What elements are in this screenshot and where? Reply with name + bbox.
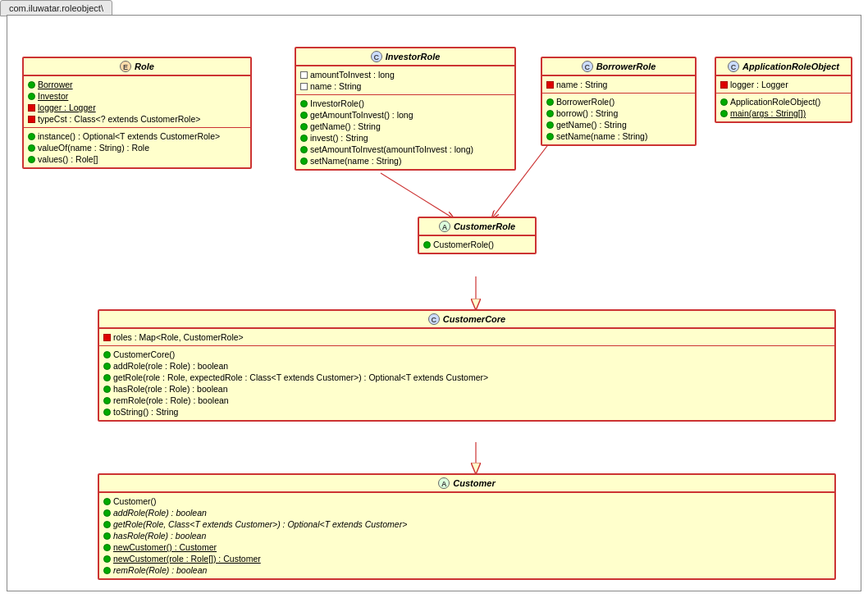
- circle-green-icon: [300, 112, 308, 119]
- typecst-field: typeCst : Class<? extends CustomerRole>: [38, 114, 200, 124]
- role-links: Borrower Investor logger : Logger typeCs…: [24, 75, 250, 127]
- method-text: CustomerCore(): [113, 349, 175, 359]
- cust-method5: newCustomer() : Customer: [103, 541, 830, 553]
- method-text: main(args : String[]): [730, 108, 806, 118]
- ir-method6: setName(name : String): [300, 155, 510, 167]
- canvas: com.iluwatar.roleobject\: [0, 0, 868, 598]
- borrower-link[interactable]: Borrower: [38, 80, 73, 89]
- ir-method2: getAmountToInvest() : long: [300, 109, 510, 121]
- circle-green-icon: [103, 509, 111, 517]
- br-method1: BorrowerRole(): [546, 96, 691, 107]
- circle-green-icon: [300, 135, 308, 142]
- method-text: newCustomer() : Customer: [113, 542, 217, 552]
- circle-green-icon: [546, 133, 554, 140]
- method-text: values() : Role[]: [38, 154, 98, 164]
- tab-label[interactable]: com.iluwatar.roleobject\: [0, 0, 112, 16]
- circle-green-icon: [103, 532, 111, 540]
- customercore-title: CustomerCore: [443, 314, 505, 324]
- aro-method2: main(args : String[]): [720, 107, 847, 119]
- investorrole-header: C InvestorRole: [296, 48, 514, 66]
- cr-method1: CustomerRole(): [423, 239, 531, 250]
- method-text: borrow() : String: [556, 108, 618, 118]
- customerrole-class: A CustomerRole CustomerRole(): [418, 217, 537, 254]
- role-method-values: values() : Role[]: [28, 153, 246, 165]
- cc-method1: CustomerCore(): [103, 349, 830, 360]
- circle-green-icon: [546, 98, 554, 106]
- method-text: ApplicationRoleObject(): [730, 97, 820, 107]
- role-link-borrower: Borrower: [28, 79, 246, 90]
- method-text: setAmountToInvest(amountToInvest : long): [310, 144, 473, 154]
- customer-title: Customer: [453, 478, 495, 488]
- investorrole-title: InvestorRole: [386, 52, 441, 62]
- customer-badge: A: [438, 477, 450, 489]
- role-method-valueof: valueOf(name : String) : Role: [28, 142, 246, 153]
- aro-methods: ApplicationRoleObject() main(args : Stri…: [716, 93, 851, 121]
- circle-green-icon: [546, 110, 554, 117]
- circle-green-icon: [103, 397, 111, 404]
- square-red-icon: [103, 334, 111, 341]
- method-text: InvestorRole(): [310, 98, 364, 108]
- square-red-icon: [28, 116, 35, 123]
- role-link-investor: Investor: [28, 90, 246, 102]
- borrowerrole-badge: C: [582, 61, 593, 72]
- customercore-class: C CustomerCore roles : Map<Role, Custome…: [98, 309, 836, 422]
- field-text: name : String: [310, 81, 361, 91]
- aro-fields: logger : Logger: [716, 75, 851, 93]
- cust-method3: getRole(Role, Class<T extends Customer>)…: [103, 518, 830, 530]
- investorrole-fields: amountToInvest : long name : String: [296, 66, 514, 94]
- br-method3: getName() : String: [546, 119, 691, 130]
- customerrole-methods: CustomerRole(): [419, 235, 535, 253]
- ir-method5: setAmountToInvest(amountToInvest : long): [300, 144, 510, 155]
- customer-header: A Customer: [99, 475, 834, 492]
- square-white-icon: [300, 83, 308, 90]
- circle-green-icon: [103, 555, 111, 563]
- role-title: Role: [135, 62, 154, 71]
- circle-green-icon: [28, 93, 35, 100]
- borrowerrole-class: C BorrowerRole name : String BorrowerRol…: [541, 57, 697, 146]
- ir-method3: getName() : String: [300, 121, 510, 132]
- cust-method7: remRole(Role) : boolean: [103, 564, 830, 576]
- ir-field1: amountToInvest : long: [300, 69, 510, 80]
- method-text: instance() : Optional<T extends Customer…: [38, 131, 220, 141]
- circle-green-icon: [300, 146, 308, 153]
- ir-method1: InvestorRole(): [300, 98, 510, 109]
- method-text: invest() : String: [310, 133, 368, 143]
- field-text: logger : Logger: [730, 80, 788, 89]
- borrowerrole-header: C BorrowerRole: [542, 58, 695, 75]
- role-field-typecst: typeCst : Class<? extends CustomerRole>: [28, 113, 246, 125]
- circle-green-icon: [103, 409, 111, 416]
- method-text: getRole(Role, Class<T extends Customer>)…: [113, 519, 407, 529]
- method-text: remRole(Role) : boolean: [113, 565, 207, 575]
- cust-method2: addRole(Role) : boolean: [103, 507, 830, 518]
- circle-green-icon: [720, 98, 728, 106]
- circle-green-icon: [300, 123, 308, 130]
- aro-title: ApplicationRoleObject: [742, 62, 839, 71]
- method-text: getName() : String: [310, 121, 381, 131]
- method-text: toString() : String: [113, 407, 178, 417]
- square-red-icon: [546, 81, 554, 89]
- role-method-instance: instance() : Optional<T extends Customer…: [28, 130, 246, 142]
- field-text: amountToInvest : long: [310, 70, 395, 80]
- investor-link[interactable]: Investor: [38, 91, 68, 101]
- aro-field1: logger : Logger: [720, 79, 847, 90]
- customer-class: A Customer Customer() addRole(Role) : bo…: [98, 473, 836, 580]
- investorrole-methods: InvestorRole() getAmountToInvest() : lon…: [296, 94, 514, 169]
- borrowerrole-fields: name : String: [542, 75, 695, 93]
- cust-method1: Customer(): [103, 495, 830, 507]
- br-field1: name : String: [546, 79, 691, 90]
- circle-green-icon: [103, 544, 111, 551]
- role-badge: E: [120, 61, 131, 72]
- circle-green-icon: [300, 157, 308, 165]
- customerrole-title: CustomerRole: [454, 221, 515, 231]
- borrowerrole-title: BorrowerRole: [596, 62, 656, 71]
- br-method4: setName(name : String): [546, 130, 691, 142]
- cc-method5: remRole(role : Role) : boolean: [103, 395, 830, 406]
- circle-green-icon: [720, 110, 728, 117]
- circle-green-icon: [103, 351, 111, 358]
- method-text: Customer(): [113, 496, 157, 506]
- circle-green-icon: [103, 521, 111, 528]
- method-text: hasRole(Role) : boolean: [113, 531, 206, 541]
- logger-field: logger : Logger: [38, 103, 96, 112]
- method-text: getAmountToInvest() : long: [310, 110, 413, 120]
- role-field-logger: logger : Logger: [28, 102, 246, 113]
